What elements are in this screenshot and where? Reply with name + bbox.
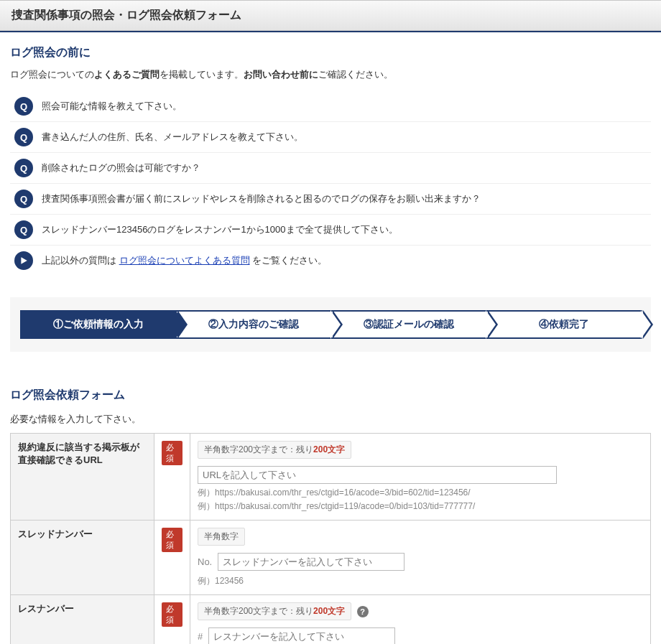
more-prefix: 上記以外の質問は	[42, 255, 119, 266]
row-thread: スレッドナンバー 必須 半角数字 No. 例）123456	[11, 521, 651, 595]
form-table: 規約違反に該当する掲示板が直接確認できるURL 必須 半角数字200文字まで：残…	[10, 433, 651, 644]
help-icon[interactable]: ?	[357, 606, 369, 617]
q-icon: Q	[14, 97, 33, 116]
step-1: ①ご依頼情報の入力	[20, 310, 177, 339]
faq-text: スレッドナンバー123456のログをレスナンバー1から1000まで全て提供して下…	[42, 223, 398, 236]
faq-text: 捜査関係事項照会書が届く前にスレッドやレスを削除されると困るのでログの保存をお願…	[42, 192, 481, 205]
intro-bold1: よくあるご質問	[94, 70, 160, 80]
res-input[interactable]	[208, 627, 395, 644]
step-label: ①ご依頼情報の入力	[53, 318, 144, 331]
q-icon: Q	[14, 159, 33, 177]
required-badge: 必須	[162, 441, 182, 465]
q-icon: Q	[14, 190, 33, 208]
faq-item[interactable]: Q 照会可能な情報を教えて下さい。	[10, 91, 651, 121]
faq-text: 書き込んだ人の住所、氏名、メールアドレスを教えて下さい。	[42, 131, 303, 144]
faq-more-text: 上記以外の質問は ログ照会についてよくある質問 をご覧ください。	[42, 254, 327, 267]
row-url: 規約違反に該当する掲示板が直接確認できるURL 必須 半角数字200文字まで：残…	[11, 434, 651, 521]
required-cell: 必須	[154, 434, 190, 521]
q-icon: Q	[14, 220, 33, 239]
res-prefix: #	[198, 631, 203, 642]
play-icon	[14, 251, 33, 270]
steps-container: ①ご依頼情報の入力 ②入力内容のご確認 ③認証メールの確認 ④依頼完了	[10, 297, 651, 352]
form-instruction: 必要な情報を入力して下さい。	[10, 413, 651, 426]
required-cell: 必須	[154, 521, 190, 595]
intro-prefix: ログ照会についての	[10, 70, 94, 80]
hint-thread: 半角数字	[198, 528, 245, 546]
step-label: ④依頼完了	[539, 318, 589, 331]
label-url: 規約違反に該当する掲示板が直接確認できるURL	[11, 434, 154, 521]
thread-input[interactable]	[218, 553, 405, 571]
intro-mid: を掲載しています。	[160, 70, 244, 80]
required-badge: 必須	[162, 602, 182, 627]
divider	[0, 31, 661, 32]
url-input[interactable]	[198, 466, 557, 484]
field-cell-thread: 半角数字 No. 例）123456	[190, 521, 651, 595]
faq-more: 上記以外の質問は ログ照会についてよくある質問 をご覧ください。	[10, 245, 651, 276]
faq-list: Q 照会可能な情報を教えて下さい。 Q 書き込んだ人の住所、氏名、メールアドレス…	[10, 91, 651, 276]
faq-more-link[interactable]: ログ照会についてよくある質問	[119, 255, 250, 266]
more-suffix: をご覧ください。	[250, 255, 328, 266]
svg-marker-0	[21, 257, 27, 264]
faq-item[interactable]: Q 捜査関係事項照会書が届く前にスレッドやレスを削除されると困るのでログの保存を…	[10, 183, 651, 214]
step-label: ②入力内容のご確認	[208, 318, 299, 331]
q-icon: Q	[14, 128, 33, 146]
page-title: 捜査関係事項の照会・ログ照会依頼フォーム	[0, 0, 661, 31]
label-res: レスナンバー	[11, 595, 154, 645]
intro-text: ログ照会についてのよくあるご質問を掲載しています。お問い合わせ前にご確認ください…	[10, 69, 651, 81]
required-cell: 必須	[154, 595, 190, 645]
faq-item[interactable]: Q 削除されたログの照会は可能ですか？	[10, 152, 651, 183]
step-3: ③認証メールの確認	[330, 310, 487, 339]
row-res: レスナンバー 必須 半角数字200文字まで：残り200文字 ? # 例）188,…	[11, 595, 651, 645]
before-heading: ログ照会の前に	[10, 45, 651, 60]
faq-item[interactable]: Q スレッドナンバー123456のログをレスナンバー1から1000まで全て提供し…	[10, 214, 651, 245]
required-badge: 必須	[162, 528, 182, 552]
intro-bold2: お問い合わせ前に	[244, 70, 318, 80]
label-thread: スレッドナンバー	[11, 521, 154, 595]
faq-text: 削除されたログの照会は可能ですか？	[42, 162, 200, 174]
hint-url: 半角数字200文字まで：残り200文字	[198, 441, 351, 459]
thread-prefix: No.	[198, 556, 212, 567]
faq-text: 照会可能な情報を教えて下さい。	[42, 100, 182, 113]
step-2: ②入力内容のご確認	[175, 310, 332, 339]
step-4: ④依頼完了	[486, 310, 642, 339]
step-label: ③認証メールの確認	[364, 318, 454, 331]
field-cell-url: 半角数字200文字まで：残り200文字 例）https://bakusai.co…	[190, 434, 651, 521]
hint-res: 半角数字200文字まで：残り200文字	[198, 602, 351, 620]
field-cell-res: 半角数字200文字まで：残り200文字 ? # 例）188,195,200,20…	[190, 595, 651, 645]
steps-nav: ①ご依頼情報の入力 ②入力内容のご確認 ③認証メールの確認 ④依頼完了	[20, 310, 641, 339]
form-heading: ログ照会依頼フォーム	[10, 388, 651, 403]
example-url1: 例）https://bakusai.com/thr_res/ctgid=16/a…	[198, 487, 643, 499]
intro-suffix: ご確認ください。	[318, 70, 393, 80]
example-url2: 例）https://bakusai.com/thr_res/ctgid=119/…	[198, 500, 643, 513]
faq-item[interactable]: Q 書き込んだ人の住所、氏名、メールアドレスを教えて下さい。	[10, 121, 651, 152]
example-thread: 例）123456	[198, 575, 643, 587]
